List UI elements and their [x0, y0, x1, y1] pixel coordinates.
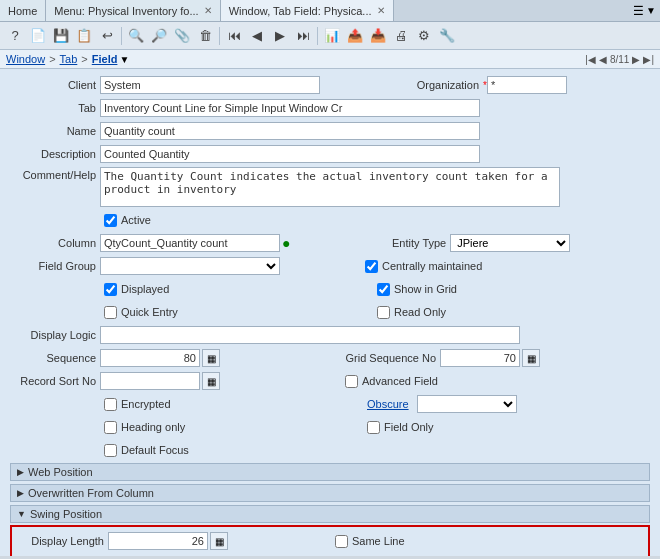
breadcrumb-window[interactable]: Window [6, 53, 45, 65]
grid-sequence-btn[interactable]: ▦ [522, 349, 540, 367]
new-button[interactable]: 📄 [27, 25, 49, 47]
description-row: Description [10, 144, 650, 164]
web-position-section[interactable]: Web Position [10, 463, 650, 481]
nav-first[interactable]: ⏮ [223, 25, 245, 47]
client-org-row: Client Organization * [10, 75, 650, 95]
settings-button[interactable]: ⚙ [413, 25, 435, 47]
sequence-label: Sequence [10, 352, 100, 364]
display-logic-input[interactable] [100, 326, 520, 344]
recordsort-advancedfield-row: Record Sort No ▦ Advanced Field [10, 371, 650, 391]
heading-only-checkbox[interactable] [104, 421, 117, 434]
org-label: Organization [403, 79, 483, 91]
breadcrumb-tab[interactable]: Tab [60, 53, 78, 65]
show-in-grid-checkbox[interactable] [377, 283, 390, 296]
quick-entry-checkbox[interactable] [104, 306, 117, 319]
display-length-sameline-row: Display Length ▦ Same Line [18, 531, 642, 551]
nav-prev[interactable]: ◀ [246, 25, 268, 47]
nav-record: |◀ ◀ 8/11 ▶ ▶| [585, 54, 654, 65]
display-length-input[interactable] [108, 532, 208, 550]
find-button[interactable]: 🔍 [125, 25, 147, 47]
separator-2 [219, 27, 220, 45]
obscure-label: Obscure [367, 398, 413, 410]
nav-first-icon[interactable]: |◀ [585, 54, 596, 65]
read-only-checkbox[interactable] [377, 306, 390, 319]
comment-row: Comment/Help The Quantity Count indicate… [10, 167, 650, 207]
heading-only-label: Heading only [121, 421, 185, 433]
print-button[interactable]: 🖨 [390, 25, 412, 47]
tab-bar: Home Menu: Physical Inventory fo... ✕ Wi… [0, 0, 660, 22]
display-length-btn[interactable]: ▦ [210, 532, 228, 550]
nav-last-icon[interactable]: ▶| [643, 54, 654, 65]
active-checkbox[interactable] [104, 214, 117, 227]
tools-button[interactable]: 🔧 [436, 25, 458, 47]
nav-last[interactable]: ⏭ [292, 25, 314, 47]
description-label: Description [10, 148, 100, 160]
import-button[interactable]: 📥 [367, 25, 389, 47]
tab-home[interactable]: Home [0, 0, 46, 21]
tab-input[interactable] [100, 99, 480, 117]
same-line-checkbox[interactable] [335, 535, 348, 548]
client-label: Client [10, 79, 100, 91]
copy-button[interactable]: 📋 [73, 25, 95, 47]
sequence-input[interactable] [100, 349, 200, 367]
displayed-checkbox[interactable] [104, 283, 117, 296]
export-button[interactable]: 📤 [344, 25, 366, 47]
main-form: Client Organization * Tab Name Descripti… [0, 69, 660, 556]
description-input[interactable] [100, 145, 480, 163]
help-button[interactable]: ? [4, 25, 26, 47]
record-sort-btn[interactable]: ▦ [202, 372, 220, 390]
name-row: Name [10, 121, 650, 141]
field-group-select[interactable] [100, 257, 280, 275]
encrypted-label: Encrypted [121, 398, 171, 410]
tab-menu-close[interactable]: ✕ [204, 5, 212, 16]
nav-next[interactable]: ▶ [269, 25, 291, 47]
active-label: Active [121, 214, 151, 226]
displayed-label: Displayed [121, 283, 169, 295]
advanced-field-checkbox[interactable] [345, 375, 358, 388]
read-only-label: Read Only [394, 306, 446, 318]
breadcrumb-dropdown-icon[interactable]: ▼ [119, 54, 129, 65]
active-row: Active [104, 210, 650, 230]
default-focus-checkbox[interactable] [104, 444, 117, 457]
save-button[interactable]: 💾 [50, 25, 72, 47]
obscure-select[interactable] [417, 395, 517, 413]
attachment-button[interactable]: 📎 [171, 25, 193, 47]
sequence-btn[interactable]: ▦ [202, 349, 220, 367]
show-in-grid-label: Show in Grid [394, 283, 457, 295]
column-input[interactable] [100, 234, 280, 252]
name-input[interactable] [100, 122, 480, 140]
displayed-showgrid-row: Displayed Show in Grid [104, 279, 650, 299]
report-button[interactable]: 📊 [321, 25, 343, 47]
delete-button[interactable]: 🗑 [194, 25, 216, 47]
comment-textarea[interactable]: The Quantity Count indicates the actual … [100, 167, 560, 207]
encrypted-checkbox[interactable] [104, 398, 117, 411]
breadcrumb-field[interactable]: Field [92, 53, 118, 65]
grid-sequence-input[interactable] [440, 349, 520, 367]
nav-prev-icon[interactable]: ◀ [599, 54, 607, 65]
client-input[interactable] [100, 76, 320, 94]
entity-type-select[interactable]: JPiere [450, 234, 570, 252]
default-focus-label: Default Focus [121, 444, 189, 456]
undo-button[interactable]: ↩ [96, 25, 118, 47]
org-input[interactable] [487, 76, 567, 94]
display-logic-label: Display Logic [10, 329, 100, 341]
centrally-maintained-checkbox[interactable] [365, 260, 378, 273]
same-line-label: Same Line [352, 535, 405, 547]
tab-window-field[interactable]: Window, Tab Field: Physica... ✕ [221, 0, 394, 21]
heading-fieldonly-row: Heading only Field Only [104, 417, 650, 437]
tab-menu-icon[interactable]: ☰ [633, 4, 644, 18]
default-focus-row: Default Focus [104, 440, 650, 460]
tab-window-field-close[interactable]: ✕ [377, 5, 385, 16]
tab-menu[interactable]: Menu: Physical Inventory fo... ✕ [46, 0, 220, 21]
centrally-maintained-label: Centrally maintained [382, 260, 482, 272]
tab-bar-actions: ☰ ▼ [629, 0, 660, 21]
swing-position-section[interactable]: Swing Position [10, 505, 650, 523]
column-link-icon[interactable]: ● [282, 235, 290, 251]
zoom-button[interactable]: 🔎 [148, 25, 170, 47]
toolbar: ? 📄 💾 📋 ↩ 🔍 🔎 📎 🗑 ⏮ ◀ ▶ ⏭ 📊 📤 📥 🖨 ⚙ 🔧 [0, 22, 660, 50]
tab-chevron-down-icon[interactable]: ▼ [646, 5, 656, 16]
field-only-checkbox[interactable] [367, 421, 380, 434]
record-sort-input[interactable] [100, 372, 200, 390]
overwritten-from-column-section[interactable]: Overwritten From Column [10, 484, 650, 502]
nav-next-icon[interactable]: ▶ [632, 54, 640, 65]
